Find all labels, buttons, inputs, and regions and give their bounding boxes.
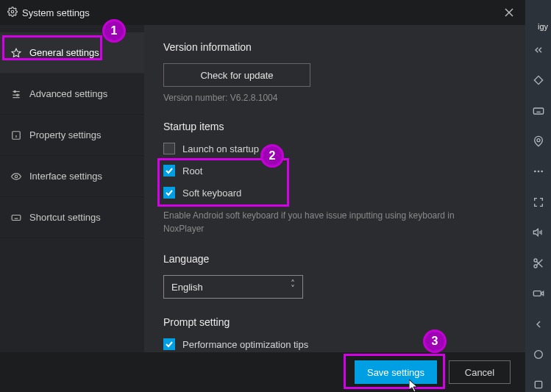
sidebar-item-label: General settings <box>29 47 99 58</box>
sidebar-item-property[interactable]: Property settings <box>0 115 144 156</box>
sidebar-item-interface[interactable]: Interface settings <box>0 156 144 197</box>
right-tool-rail: igy <box>525 0 551 392</box>
sidebar-item-advanced[interactable]: Advanced settings <box>0 74 144 115</box>
svg-marker-3 <box>12 49 21 57</box>
soft-keyboard-checkbox[interactable] <box>163 187 175 199</box>
svg-rect-19 <box>534 76 542 84</box>
save-settings-button[interactable]: Save settings <box>355 360 437 384</box>
location-icon[interactable] <box>531 134 546 148</box>
check-update-button[interactable]: Check for update <box>163 63 310 87</box>
svg-rect-20 <box>533 108 543 114</box>
chevron-left-double-icon[interactable] <box>531 43 546 57</box>
perf-tips-label: Performance optimization tips <box>182 339 308 350</box>
keyboard-icon <box>10 212 22 224</box>
soft-keyboard-hint: Enable Android soft keyboard if you have… <box>163 209 494 235</box>
chevron-updown-icon: ˄˅ <box>291 282 295 292</box>
version-number-text: Version number: V6.2.8.1004 <box>163 93 506 103</box>
svg-marker-26 <box>533 229 538 236</box>
perf-tips-checkbox[interactable] <box>163 338 175 350</box>
svg-point-25 <box>541 171 543 173</box>
sliders-icon <box>10 88 22 100</box>
close-button[interactable] <box>500 4 518 21</box>
scissors-icon[interactable] <box>531 256 546 270</box>
svg-point-0 <box>11 10 14 13</box>
launch-on-startup-checkbox[interactable] <box>163 143 175 154</box>
language-title: Language <box>163 253 506 265</box>
cancel-button[interactable]: Cancel <box>449 360 511 384</box>
info-icon <box>10 129 22 141</box>
svg-point-23 <box>534 171 536 173</box>
sidebar-item-label: Advanced settings <box>29 88 107 99</box>
fullscreen-icon[interactable] <box>531 195 546 209</box>
launch-on-startup-label: Launch on startup <box>182 143 259 154</box>
startup-items-title: Startup items <box>163 121 506 132</box>
sidebar-item-general[interactable]: General settings <box>0 32 144 74</box>
eye-icon <box>10 171 22 182</box>
language-selected-value: English <box>171 282 203 293</box>
sidebar-item-shortcut[interactable]: Shortcut settings <box>0 197 144 238</box>
svg-point-12 <box>15 175 18 178</box>
sidebar-item-label: Shortcut settings <box>29 212 101 223</box>
volume-icon[interactable] <box>531 226 546 240</box>
language-select[interactable]: English ˄˅ <box>163 275 303 299</box>
root-checkbox[interactable] <box>163 165 175 177</box>
keyboard-icon[interactable] <box>531 104 546 118</box>
svg-rect-37 <box>535 382 541 388</box>
svg-rect-33 <box>533 291 541 296</box>
prompt-setting-title: Prompt setting <box>163 316 506 328</box>
dots-icon[interactable] <box>531 165 546 179</box>
diamond-icon[interactable] <box>531 73 546 87</box>
back-icon[interactable] <box>531 317 546 331</box>
camera-icon[interactable] <box>531 286 546 300</box>
soft-keyboard-label: Soft keyboard <box>182 188 241 199</box>
svg-rect-13 <box>12 215 21 220</box>
content-area: Version information Check for update Ver… <box>144 0 525 392</box>
svg-point-29 <box>534 259 537 262</box>
version-info-title: Version information <box>163 41 506 53</box>
sidebar-item-label: Property settings <box>29 129 102 140</box>
titlebar: System settings <box>0 0 525 25</box>
rail-tag: igy <box>538 22 548 31</box>
home-icon[interactable] <box>531 347 546 361</box>
svg-point-24 <box>537 171 539 173</box>
sidebar-item-label: Interface settings <box>29 171 102 182</box>
star-icon <box>10 47 22 59</box>
recent-icon[interactable] <box>531 378 546 392</box>
gear-icon <box>7 7 18 19</box>
svg-point-30 <box>534 265 537 268</box>
root-label: Root <box>182 165 202 177</box>
svg-point-22 <box>537 139 540 142</box>
svg-point-36 <box>534 351 542 359</box>
sidebar: General settings Advanced settings Prope… <box>0 0 144 392</box>
footer-bar: Save settings Cancel <box>0 352 525 392</box>
window-title: System settings <box>22 7 90 18</box>
